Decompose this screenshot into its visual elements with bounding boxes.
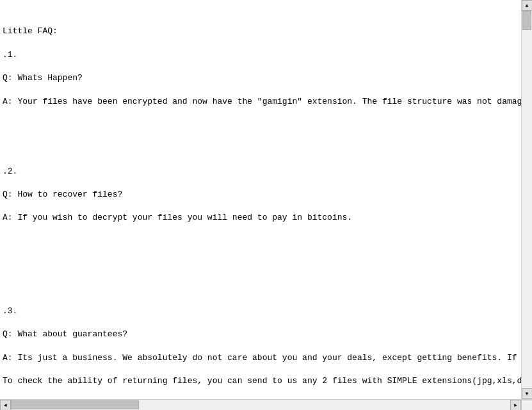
text-line: .2. <box>3 166 519 177</box>
scrollbar-corner <box>521 400 532 410</box>
text-line: Q: How to recover files? <box>3 189 519 201</box>
scroll-down-button[interactable]: ▼ <box>522 388 533 399</box>
text-line <box>3 398 519 399</box>
scroll-right-button[interactable]: ► <box>510 400 521 410</box>
scrollbar-horizontal-container: ◄ ► <box>0 399 532 410</box>
text-line: To check the ability of returning files,… <box>3 375 519 387</box>
text-line <box>3 142 519 154</box>
scrollbar-vertical-track[interactable] <box>522 11 532 388</box>
scrollbar-vertical: ▲ ▼ <box>521 0 532 399</box>
text-line <box>3 119 519 131</box>
scrollbar-horizontal-track[interactable] <box>11 400 510 410</box>
text-line: A: If you wish to decrypt your files you… <box>3 212 519 224</box>
text-line: Little FAQ: <box>3 26 519 37</box>
scroll-left-button[interactable]: ◄ <box>0 400 11 410</box>
text-line <box>3 283 519 294</box>
scrollbar-vertical-thumb[interactable] <box>522 11 531 30</box>
text-line: Q: Whats Happen? <box>3 72 519 84</box>
content-area[interactable]: Little FAQ:.1.Q: Whats Happen?A: Your fi… <box>0 0 532 399</box>
text-line <box>3 259 519 270</box>
text-line: .3. <box>3 306 519 317</box>
text-line: A: Its just a business. We absolutely do… <box>3 352 519 364</box>
scroll-up-button[interactable]: ▲ <box>522 0 533 11</box>
text-area-container: Little FAQ:.1.Q: Whats Happen?A: Your fi… <box>0 0 532 410</box>
scrollbar-horizontal-thumb[interactable] <box>11 400 139 409</box>
text-line: A: Your files have been encrypted and no… <box>3 96 519 108</box>
text-line: Q: What about guarantees? <box>3 329 519 340</box>
text-line <box>3 236 519 247</box>
text-line: .1. <box>3 49 519 61</box>
